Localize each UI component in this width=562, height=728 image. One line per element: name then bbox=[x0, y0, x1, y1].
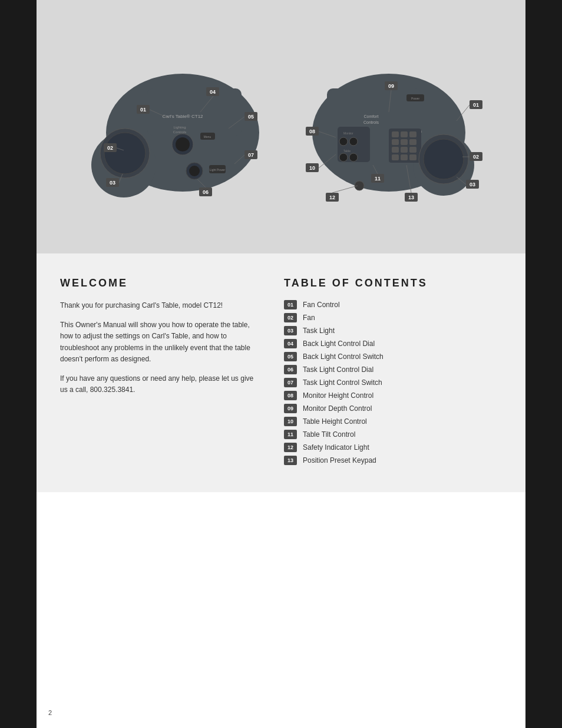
svg-text:Monitor: Monitor bbox=[343, 131, 353, 135]
toc-item: 13Position Preset Keypad bbox=[284, 456, 502, 465]
toc-badge: 10 bbox=[284, 417, 297, 426]
toc-item: 01Fan Control bbox=[284, 300, 502, 309]
svg-text:Menu: Menu bbox=[203, 135, 211, 139]
welcome-para-1: Thank you for purchasing Carl's Table, m… bbox=[60, 300, 260, 311]
toc-item: 03Task Light bbox=[284, 326, 502, 335]
svg-text:05: 05 bbox=[247, 114, 253, 120]
svg-line-93 bbox=[332, 186, 358, 193]
toc-item: 06Task Light Control Dial bbox=[284, 365, 502, 374]
svg-text:02: 02 bbox=[107, 145, 113, 151]
toc-label: Fan Control bbox=[303, 301, 340, 309]
toc-badge: 03 bbox=[284, 326, 297, 335]
toc-label: Monitor Depth Control bbox=[303, 404, 372, 413]
left-sidebar bbox=[0, 0, 37, 728]
svg-text:Lighting: Lighting bbox=[173, 126, 186, 129]
right-sidebar bbox=[525, 0, 562, 728]
svg-rect-60 bbox=[401, 147, 408, 153]
svg-rect-62 bbox=[392, 154, 399, 160]
toc-item: 11Table Tilt Control bbox=[284, 430, 502, 439]
left-diagram: Carl's Table® CT12 Lighting Controls Men… bbox=[71, 41, 265, 206]
svg-text:Table: Table bbox=[343, 149, 351, 153]
svg-point-13 bbox=[189, 166, 200, 176]
toc-badge: 09 bbox=[284, 404, 297, 413]
toc-item: 02Fan bbox=[284, 313, 502, 322]
toc-badge: 02 bbox=[284, 313, 297, 322]
diagram-area: Carl's Table® CT12 Lighting Controls Men… bbox=[37, 0, 525, 253]
svg-text:Power: Power bbox=[411, 97, 419, 100]
svg-text:Controls: Controls bbox=[363, 120, 379, 124]
svg-rect-55 bbox=[409, 131, 416, 137]
svg-point-50 bbox=[339, 153, 348, 162]
toc-label: Position Preset Keypad bbox=[303, 456, 376, 465]
svg-point-9 bbox=[176, 137, 190, 151]
right-device-svg: Comfort Controls Power Seat Monitor Tabl… bbox=[297, 41, 492, 206]
toc-badge: 12 bbox=[284, 443, 297, 452]
svg-text:13: 13 bbox=[408, 195, 414, 200]
toc-item: 12Safety Indicator Light bbox=[284, 443, 502, 452]
svg-point-47 bbox=[339, 137, 348, 146]
svg-text:01: 01 bbox=[140, 107, 146, 113]
svg-text:Controls: Controls bbox=[173, 130, 186, 134]
toc-label: Table Tilt Control bbox=[303, 430, 355, 439]
welcome-para-3: If you have any questions or need any he… bbox=[60, 373, 260, 396]
svg-rect-57 bbox=[401, 139, 408, 145]
svg-rect-54 bbox=[401, 131, 408, 137]
toc-item: 08Monitor Height Control bbox=[284, 391, 502, 400]
svg-rect-64 bbox=[409, 154, 416, 160]
main-content: Carl's Table® CT12 Lighting Controls Men… bbox=[37, 0, 525, 728]
svg-text:02: 02 bbox=[472, 154, 478, 160]
svg-text:08: 08 bbox=[309, 129, 315, 134]
svg-text:04: 04 bbox=[209, 89, 215, 95]
toc-title: TABLE OF CONTENTS bbox=[284, 277, 502, 289]
svg-rect-2 bbox=[147, 88, 242, 136]
svg-rect-58 bbox=[409, 139, 416, 145]
toc-item: 05Back Light Control Switch bbox=[284, 352, 502, 361]
toc-item: 07Task Light Control Switch bbox=[284, 378, 502, 387]
svg-text:Light Power: Light Power bbox=[209, 168, 225, 172]
toc-item: 10Table Height Control bbox=[284, 417, 502, 426]
svg-rect-63 bbox=[401, 154, 408, 160]
toc-label: Monitor Height Control bbox=[303, 391, 373, 400]
toc-badge: 11 bbox=[284, 430, 297, 439]
svg-point-51 bbox=[349, 153, 358, 162]
toc-label: Task Light bbox=[303, 327, 335, 335]
toc-label: Back Light Control Dial bbox=[303, 340, 375, 348]
toc-label: Task Light Control Dial bbox=[303, 365, 373, 374]
toc-list: 01Fan Control02Fan03Task Light04Back Lig… bbox=[284, 300, 502, 465]
toc-item: 04Back Light Control Dial bbox=[284, 339, 502, 348]
toc-badge: 05 bbox=[284, 352, 297, 361]
svg-rect-56 bbox=[392, 139, 399, 145]
toc-badge: 13 bbox=[284, 456, 297, 465]
svg-text:06: 06 bbox=[202, 189, 208, 195]
toc-badge: 01 bbox=[284, 300, 297, 309]
toc-label: Fan bbox=[303, 314, 315, 322]
svg-text:Comfort: Comfort bbox=[363, 114, 378, 118]
svg-rect-59 bbox=[392, 147, 399, 153]
page-number: 2 bbox=[48, 709, 52, 716]
toc-label: Back Light Control Switch bbox=[303, 353, 384, 361]
svg-text:10: 10 bbox=[309, 165, 315, 171]
toc-item: 09Monitor Depth Control bbox=[284, 404, 502, 413]
welcome-section: WELCOME Thank you for purchasing Carl's … bbox=[60, 277, 260, 469]
svg-rect-61 bbox=[409, 147, 416, 153]
bottom-content: WELCOME Thank you for purchasing Carl's … bbox=[37, 253, 525, 492]
svg-text:03: 03 bbox=[469, 182, 475, 187]
toc-label: Safety Indicator Light bbox=[303, 443, 369, 452]
toc-section: TABLE OF CONTENTS 01Fan Control02Fan03Ta… bbox=[284, 277, 502, 469]
left-device-svg: Carl's Table® CT12 Lighting Controls Men… bbox=[71, 41, 265, 206]
toc-label: Table Height Control bbox=[303, 417, 367, 426]
svg-point-48 bbox=[349, 137, 358, 146]
toc-badge: 08 bbox=[284, 391, 297, 400]
toc-badge: 06 bbox=[284, 365, 297, 374]
svg-text:03: 03 bbox=[109, 180, 115, 186]
welcome-para-2: This Owner's Manual will show you how to… bbox=[60, 319, 260, 365]
right-diagram: Comfort Controls Power Seat Monitor Tabl… bbox=[297, 41, 492, 206]
svg-text:07: 07 bbox=[247, 152, 253, 158]
toc-badge: 04 bbox=[284, 339, 297, 348]
svg-point-67 bbox=[355, 181, 364, 190]
toc-label: Task Light Control Switch bbox=[303, 378, 382, 387]
svg-text:01: 01 bbox=[472, 102, 478, 108]
svg-point-66 bbox=[424, 139, 464, 179]
svg-rect-53 bbox=[392, 131, 399, 137]
svg-point-7 bbox=[104, 133, 146, 174]
